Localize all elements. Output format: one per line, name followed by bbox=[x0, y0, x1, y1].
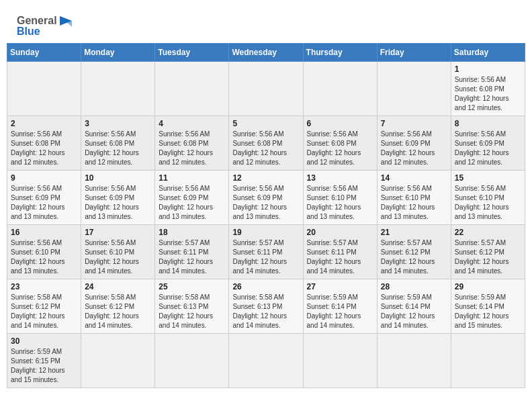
day-number: 12 bbox=[232, 173, 299, 183]
day-number: 2 bbox=[11, 119, 77, 128]
calendar-cell: 3Sunrise: 5:56 AMSunset: 6:08 PMDaylight… bbox=[81, 116, 155, 171]
logo-triangle-icon bbox=[58, 13, 73, 28]
weekday-header-wednesday: Wednesday bbox=[229, 44, 303, 62]
weekday-header-tuesday: Tuesday bbox=[155, 44, 229, 62]
calendar-cell bbox=[377, 62, 451, 116]
day-number: 15 bbox=[455, 173, 521, 183]
calendar-week-1: 1Sunrise: 5:56 AMSunset: 6:08 PMDaylight… bbox=[7, 62, 525, 116]
day-number: 6 bbox=[307, 119, 373, 128]
day-info: Sunrise: 5:56 AMSunset: 6:09 PMDaylight:… bbox=[85, 184, 151, 222]
day-info: Sunrise: 5:57 AMSunset: 6:12 PMDaylight:… bbox=[455, 238, 521, 276]
weekday-header-thursday: Thursday bbox=[303, 44, 377, 62]
calendar-cell bbox=[81, 62, 155, 116]
calendar-cell: 22Sunrise: 5:57 AMSunset: 6:12 PMDayligh… bbox=[451, 225, 525, 279]
day-number: 21 bbox=[381, 228, 447, 237]
day-info: Sunrise: 5:56 AMSunset: 6:08 PMDaylight:… bbox=[11, 130, 77, 167]
day-info: Sunrise: 5:56 AMSunset: 6:10 PMDaylight:… bbox=[85, 238, 151, 276]
calendar-week-2: 2Sunrise: 5:56 AMSunset: 6:08 PMDaylight… bbox=[7, 116, 525, 171]
calendar-cell: 1Sunrise: 5:56 AMSunset: 6:08 PMDaylight… bbox=[451, 62, 525, 116]
calendar-cell: 11Sunrise: 5:56 AMSunset: 6:09 PMDayligh… bbox=[155, 171, 229, 225]
calendar-cell: 24Sunrise: 5:58 AMSunset: 6:12 PMDayligh… bbox=[81, 279, 155, 334]
day-number: 10 bbox=[85, 173, 151, 183]
day-number: 23 bbox=[11, 282, 77, 291]
day-number: 17 bbox=[85, 228, 151, 237]
calendar-week-6: 30Sunrise: 5:59 AMSunset: 6:15 PMDayligh… bbox=[7, 334, 525, 388]
calendar-week-5: 23Sunrise: 5:58 AMSunset: 6:12 PMDayligh… bbox=[7, 279, 525, 334]
calendar-cell: 6Sunrise: 5:56 AMSunset: 6:08 PMDaylight… bbox=[303, 116, 377, 171]
day-number: 27 bbox=[307, 282, 373, 291]
calendar-cell: 26Sunrise: 5:58 AMSunset: 6:13 PMDayligh… bbox=[229, 279, 303, 334]
day-number: 3 bbox=[85, 119, 151, 128]
calendar-cell: 21Sunrise: 5:57 AMSunset: 6:12 PMDayligh… bbox=[377, 225, 451, 279]
calendar-week-3: 9Sunrise: 5:56 AMSunset: 6:09 PMDaylight… bbox=[7, 171, 525, 225]
weekday-header-row: SundayMondayTuesdayWednesdayThursdayFrid… bbox=[7, 44, 525, 62]
calendar-cell bbox=[451, 334, 525, 388]
day-number: 13 bbox=[307, 173, 373, 183]
calendar-cell: 5Sunrise: 5:56 AMSunset: 6:08 PMDaylight… bbox=[229, 116, 303, 171]
day-info: Sunrise: 5:56 AMSunset: 6:09 PMDaylight:… bbox=[159, 184, 225, 222]
day-info: Sunrise: 5:56 AMSunset: 6:09 PMDaylight:… bbox=[11, 184, 77, 222]
calendar-cell bbox=[155, 62, 229, 116]
day-info: Sunrise: 5:56 AMSunset: 6:09 PMDaylight:… bbox=[232, 184, 299, 222]
logo: General Blue bbox=[17, 13, 73, 38]
day-number: 1 bbox=[455, 64, 521, 74]
calendar-cell: 19Sunrise: 5:57 AMSunset: 6:11 PMDayligh… bbox=[229, 225, 303, 279]
day-number: 16 bbox=[11, 228, 77, 237]
calendar-cell: 9Sunrise: 5:56 AMSunset: 6:09 PMDaylight… bbox=[7, 171, 81, 225]
calendar-table: SundayMondayTuesdayWednesdayThursdayFrid… bbox=[7, 43, 525, 388]
day-number: 24 bbox=[85, 282, 151, 291]
day-number: 25 bbox=[159, 282, 225, 291]
day-info: Sunrise: 5:56 AMSunset: 6:10 PMDaylight:… bbox=[11, 238, 77, 276]
weekday-header-monday: Monday bbox=[81, 44, 155, 62]
calendar-cell: 25Sunrise: 5:58 AMSunset: 6:13 PMDayligh… bbox=[155, 279, 229, 334]
weekday-header-sunday: Sunday bbox=[7, 44, 81, 62]
day-info: Sunrise: 5:57 AMSunset: 6:11 PMDaylight:… bbox=[159, 238, 225, 276]
day-info: Sunrise: 5:57 AMSunset: 6:12 PMDaylight:… bbox=[381, 238, 447, 276]
day-info: Sunrise: 5:57 AMSunset: 6:11 PMDaylight:… bbox=[232, 238, 299, 276]
day-info: Sunrise: 5:56 AMSunset: 6:08 PMDaylight:… bbox=[85, 130, 151, 167]
logo-blue: Blue bbox=[17, 26, 40, 38]
day-number: 7 bbox=[381, 119, 447, 128]
day-info: Sunrise: 5:58 AMSunset: 6:12 PMDaylight:… bbox=[85, 293, 151, 330]
day-number: 5 bbox=[232, 119, 299, 128]
day-number: 28 bbox=[381, 282, 447, 291]
svg-marker-1 bbox=[65, 21, 72, 27]
calendar-cell: 8Sunrise: 5:56 AMSunset: 6:09 PMDaylight… bbox=[451, 116, 525, 171]
day-info: Sunrise: 5:56 AMSunset: 6:08 PMDaylight:… bbox=[159, 130, 225, 167]
calendar-cell bbox=[81, 334, 155, 388]
day-number: 29 bbox=[455, 282, 521, 291]
day-info: Sunrise: 5:56 AMSunset: 6:09 PMDaylight:… bbox=[455, 130, 521, 167]
weekday-header-friday: Friday bbox=[377, 44, 451, 62]
day-info: Sunrise: 5:56 AMSunset: 6:10 PMDaylight:… bbox=[307, 184, 373, 222]
calendar-cell bbox=[303, 62, 377, 116]
day-number: 8 bbox=[455, 119, 521, 128]
calendar-cell: 18Sunrise: 5:57 AMSunset: 6:11 PMDayligh… bbox=[155, 225, 229, 279]
day-info: Sunrise: 5:58 AMSunset: 6:12 PMDaylight:… bbox=[11, 293, 77, 330]
day-info: Sunrise: 5:56 AMSunset: 6:09 PMDaylight:… bbox=[381, 130, 447, 167]
calendar-cell: 10Sunrise: 5:56 AMSunset: 6:09 PMDayligh… bbox=[81, 171, 155, 225]
calendar-cell: 23Sunrise: 5:58 AMSunset: 6:12 PMDayligh… bbox=[7, 279, 81, 334]
calendar-cell: 29Sunrise: 5:59 AMSunset: 6:14 PMDayligh… bbox=[451, 279, 525, 334]
calendar-cell: 4Sunrise: 5:56 AMSunset: 6:08 PMDaylight… bbox=[155, 116, 229, 171]
calendar-cell bbox=[229, 334, 303, 388]
calendar-cell: 28Sunrise: 5:59 AMSunset: 6:14 PMDayligh… bbox=[377, 279, 451, 334]
day-info: Sunrise: 5:56 AMSunset: 6:08 PMDaylight:… bbox=[455, 75, 521, 113]
calendar-cell: 27Sunrise: 5:59 AMSunset: 6:14 PMDayligh… bbox=[303, 279, 377, 334]
calendar-cell: 15Sunrise: 5:56 AMSunset: 6:10 PMDayligh… bbox=[451, 171, 525, 225]
calendar-cell: 13Sunrise: 5:56 AMSunset: 6:10 PMDayligh… bbox=[303, 171, 377, 225]
day-number: 22 bbox=[455, 228, 521, 237]
calendar-week-4: 16Sunrise: 5:56 AMSunset: 6:10 PMDayligh… bbox=[7, 225, 525, 279]
logo-graphic: General Blue bbox=[17, 13, 73, 38]
calendar-cell: 20Sunrise: 5:57 AMSunset: 6:11 PMDayligh… bbox=[303, 225, 377, 279]
day-info: Sunrise: 5:59 AMSunset: 6:15 PMDaylight:… bbox=[11, 347, 77, 385]
calendar-cell: 12Sunrise: 5:56 AMSunset: 6:09 PMDayligh… bbox=[229, 171, 303, 225]
calendar-cell bbox=[155, 334, 229, 388]
calendar-cell: 17Sunrise: 5:56 AMSunset: 6:10 PMDayligh… bbox=[81, 225, 155, 279]
day-number: 9 bbox=[11, 173, 77, 183]
day-number: 30 bbox=[11, 336, 77, 346]
calendar-cell: 30Sunrise: 5:59 AMSunset: 6:15 PMDayligh… bbox=[7, 334, 81, 388]
calendar-cell bbox=[229, 62, 303, 116]
calendar-cell: 2Sunrise: 5:56 AMSunset: 6:08 PMDaylight… bbox=[7, 116, 81, 171]
day-number: 20 bbox=[307, 228, 373, 237]
calendar-cell: 14Sunrise: 5:56 AMSunset: 6:10 PMDayligh… bbox=[377, 171, 451, 225]
